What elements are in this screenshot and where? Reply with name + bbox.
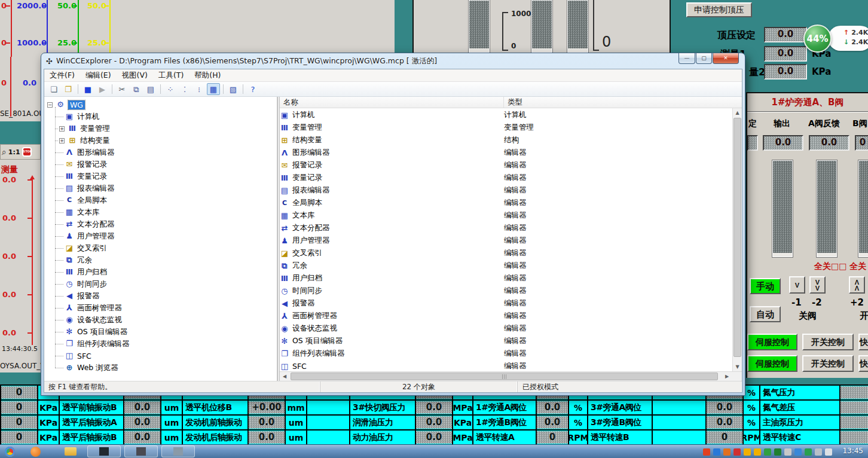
list-row-3[interactable]: Λ图形编辑器编辑器 xyxy=(280,146,742,159)
list-row-19[interactable]: ❐组件列表编辑器编辑器 xyxy=(280,347,742,360)
close-button[interactable]: ✕ xyxy=(713,53,739,64)
tree-item-3[interactable]: Λ图形编辑器 xyxy=(55,146,277,158)
switch-control-button-1[interactable]: 开关控制 xyxy=(802,334,854,350)
menu-item-2[interactable]: 视图(V) xyxy=(117,69,153,82)
volume-icon[interactable] xyxy=(825,448,832,456)
list-row-7[interactable]: C全局脚本编辑器 xyxy=(280,197,742,209)
media-player-icon[interactable] xyxy=(30,447,41,457)
qq-icon[interactable] xyxy=(744,448,751,456)
wincc-explorer-window[interactable]: ✣ WinCCExplorer - D:\Program Files (x86)… xyxy=(41,53,745,396)
tree-item-12[interactable]: ⧉冗余 xyxy=(55,254,277,266)
list-row-8[interactable]: ▦文本库编辑器 xyxy=(280,209,742,222)
tree-item-21[interactable]: ⊕Web 浏览器 xyxy=(55,362,277,374)
new-file-icon[interactable]: ❏ xyxy=(47,83,60,95)
task-button-3[interactable] xyxy=(161,445,195,457)
menu-item-3[interactable]: 工具(T) xyxy=(153,69,189,82)
tree-item-18[interactable]: ✻OS 项目编辑器 xyxy=(55,326,277,338)
tree-item-4[interactable]: ✉报警记录 xyxy=(55,158,277,170)
minimize-button[interactable]: — xyxy=(678,53,695,64)
open-folder-icon[interactable]: ❐ xyxy=(62,83,75,95)
mail-icon[interactable] xyxy=(805,448,812,456)
list-row-17[interactable]: ◉设备状态监视编辑器 xyxy=(280,322,742,335)
list-row-5[interactable]: Ⅲ变量记录编辑器 xyxy=(280,172,742,184)
switch-control-button-2[interactable]: 开关控制 xyxy=(802,355,854,372)
scroll-right-icon[interactable]: ▶ xyxy=(722,372,732,381)
fast-open-button-2[interactable]: 快开 xyxy=(858,355,868,372)
hscroll-thumb[interactable] xyxy=(291,372,718,380)
qq2-icon[interactable] xyxy=(754,448,761,456)
name-column-header[interactable]: 名称 xyxy=(280,97,504,108)
vertical-scrollbar[interactable]: ▲ ▼ xyxy=(732,108,742,371)
menu-item-1[interactable]: 编辑(E) xyxy=(80,69,117,82)
expand-icon[interactable]: + xyxy=(59,138,65,143)
tree-item-0[interactable]: ▣计算机 xyxy=(55,111,277,123)
list-row-14[interactable]: ◷时间同步编辑器 xyxy=(280,285,742,297)
net-speed-badge[interactable]: 44% xyxy=(803,25,832,53)
type-column-header[interactable]: 类型 xyxy=(504,97,742,108)
list-row-11[interactable]: ◪交叉索引编辑器 xyxy=(280,247,742,259)
request-top-pressure-button[interactable]: 申请控制顶压 xyxy=(686,2,752,17)
list-row-18[interactable]: ✻OS 项目编辑器编辑器 xyxy=(280,335,742,347)
windows-taskbar[interactable]: 13:45 xyxy=(0,444,868,458)
chrome-icon[interactable] xyxy=(5,447,15,457)
stop-icon[interactable]: STOP xyxy=(22,147,32,157)
servo-control-button-1[interactable]: 伺服控制 xyxy=(747,334,797,350)
tree-item-15[interactable]: ◀报警器 xyxy=(55,290,277,302)
step-down-1-button[interactable]: V xyxy=(789,276,805,294)
list-row-13[interactable]: Ⅲ用户归档编辑器 xyxy=(280,272,742,285)
expand-icon[interactable]: + xyxy=(59,126,65,132)
list-row-6[interactable]: ▤报表编辑器编辑器 xyxy=(280,184,742,197)
help-tray-icon[interactable] xyxy=(713,448,720,456)
tree-item-10[interactable]: ♟用户管理器 xyxy=(55,230,277,242)
tree-item-11[interactable]: ◪交叉索引 xyxy=(55,242,277,254)
horizontal-scrollbar[interactable]: ◀ ▶ xyxy=(280,371,742,381)
maximize-button[interactable]: ▢ xyxy=(696,53,712,64)
step-down-2-button[interactable]: VV xyxy=(809,276,826,294)
step-up-2-button[interactable]: ΛΛ xyxy=(849,276,865,294)
auto-button[interactable]: 自动 xyxy=(750,306,781,322)
object-list-pane[interactable]: 名称 类型 ▣计算机计算机Ⅲ变量管理变量管理⊞结构变量结构Λ图形编辑器编辑器✉报… xyxy=(280,97,742,381)
tree-item-13[interactable]: Ⅲ用户归档 xyxy=(55,266,277,278)
list-view-icon[interactable]: ⁝ xyxy=(192,83,206,95)
tree-root-row[interactable]: − ⚙ WG xyxy=(47,99,277,111)
tree-item-9[interactable]: ⇄文本分配器 xyxy=(55,218,277,230)
list-header[interactable]: 名称 类型 xyxy=(280,97,742,108)
drive-icon[interactable] xyxy=(774,448,781,456)
list-row-16[interactable]: ⅄画面树管理器编辑器 xyxy=(280,310,742,322)
list-row-10[interactable]: ♟用户管理器编辑器 xyxy=(280,234,742,247)
tree-item-14[interactable]: ◷时间同步 xyxy=(55,278,277,290)
tree-item-8[interactable]: ▦文本库 xyxy=(55,206,277,218)
scroll-up-icon[interactable]: ▲ xyxy=(733,108,742,117)
details-view-icon[interactable]: ▦ xyxy=(207,83,220,95)
network-icon[interactable] xyxy=(815,448,822,456)
stop-icon[interactable]: ■ xyxy=(81,83,94,95)
fast-open-button-1[interactable]: 快开 xyxy=(858,334,868,350)
system-tray[interactable] xyxy=(703,445,832,458)
tree-root-label[interactable]: WG xyxy=(68,100,85,109)
taskbar-clock[interactable]: 13:45 xyxy=(842,447,863,455)
ime-icon[interactable] xyxy=(723,448,731,456)
list-row-2[interactable]: ⊞结构变量结构 xyxy=(280,134,742,146)
small-icons-icon[interactable]: ⁚ xyxy=(178,83,191,95)
list-row-9[interactable]: ⇄文本分配器编辑器 xyxy=(280,222,742,234)
magnifier-icon[interactable]: ⌕ xyxy=(2,147,7,157)
list-row-0[interactable]: ▣计算机计算机 xyxy=(280,109,742,121)
tree-item-5[interactable]: Ⅲ变量记录 xyxy=(55,170,277,182)
vscroll-thumb[interactable] xyxy=(733,118,741,357)
project-tree-pane[interactable]: − ⚙ WG ▣计算机+Ⅲ变量管理+⊞结构变量Λ图形编辑器✉报警记录Ⅲ变量记录▤… xyxy=(44,97,277,381)
sogou-icon[interactable] xyxy=(703,448,710,456)
help-icon[interactable]: ? xyxy=(246,83,259,95)
tree-item-2[interactable]: +⊞结构变量 xyxy=(55,135,277,146)
collapse-icon[interactable]: − xyxy=(47,102,53,108)
list-row-20[interactable]: ◫SFC编辑器 xyxy=(280,360,742,371)
list-row-1[interactable]: Ⅲ变量管理变量管理 xyxy=(280,121,742,134)
copy-icon[interactable]: ⧉ xyxy=(130,83,143,95)
servo-control-button-2[interactable]: 伺服控制 xyxy=(747,355,797,372)
tree-item-7[interactable]: C全局脚本 xyxy=(55,194,277,206)
menu-item-4[interactable]: 帮助(H) xyxy=(189,69,226,82)
task-button-1[interactable] xyxy=(87,445,121,457)
folder-icon[interactable] xyxy=(65,447,77,456)
scroll-left-icon[interactable]: ◀ xyxy=(280,372,289,381)
tree-item-19[interactable]: ❐组件列表编辑器 xyxy=(55,338,277,350)
shield-icon[interactable] xyxy=(764,448,771,456)
